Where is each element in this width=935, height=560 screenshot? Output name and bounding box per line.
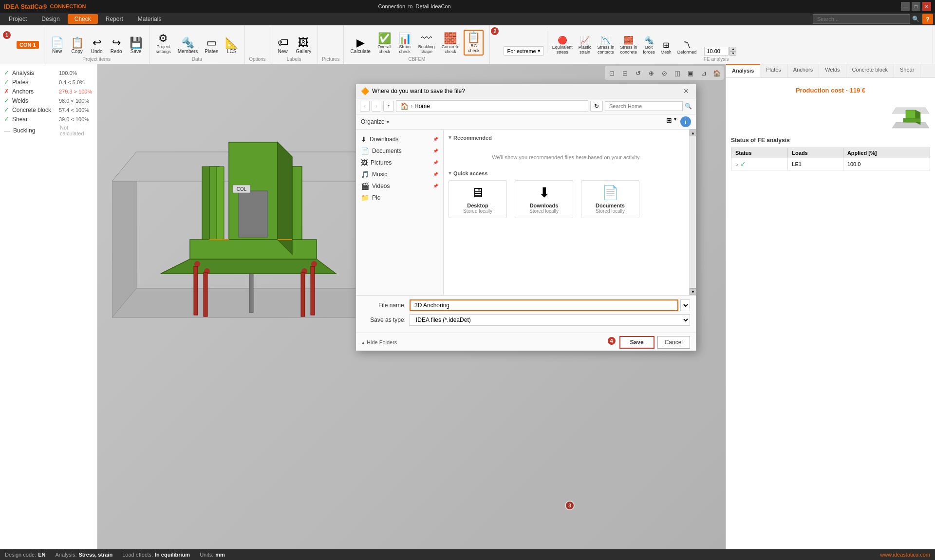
members-button[interactable]: 🔩 Members [175,36,201,56]
plates-button[interactable]: ▭ Plates [202,36,221,56]
dialog-button-group: 4 Save Cancel [607,336,690,349]
save-button[interactable]: 💾 Save [127,36,145,56]
buckling-shape-icon: 〰 [421,33,432,44]
concrete-check-button[interactable]: 🧱 Concretecheck [439,32,462,56]
concrete-check-icon: 🧱 [444,33,457,44]
maximize-button[interactable]: □ [912,2,920,11]
check-plates-value: 0.4 < 5.0% [59,79,85,85]
num-spin-up[interactable]: ▲ [729,47,736,51]
stress-contacts-label: Stress incontacts [597,45,614,55]
num-spinner[interactable]: ▲ ▼ [729,47,736,56]
dialog-save-button[interactable]: Save [619,336,654,349]
sidebar-item-music[interactable]: 🎵 Music 📌 [356,168,443,180]
scroll-thumb[interactable] [691,137,695,287]
stress-concrete-button[interactable]: 🧱 Stress inconcrete [618,35,639,56]
overall-check-button[interactable]: ✅ Overallcheck [375,32,394,56]
row-expand-arrow[interactable]: > [735,162,738,168]
scroll-up-button[interactable]: ▲ [690,130,696,136]
sidebar-item-pictures[interactable]: 🖼 Pictures 📌 [356,157,443,168]
dialog-close-button[interactable]: ✕ [681,87,691,95]
sidebar-item-pic[interactable]: 📁 Pic [356,192,443,204]
ribbon-group-labels: 🏷 New 🖼 Gallery Labels [270,25,318,64]
tab-shear[interactable]: Shear [894,64,920,77]
ribbon-group-label-fe: FE analysis [504,56,929,62]
breadcrumb-bar[interactable]: 🏠 › Home [396,100,588,112]
new-button[interactable]: 📄 New [48,36,66,56]
sidebar-item-documents[interactable]: 📄 Documents 📌 [356,145,443,157]
forward-button[interactable]: › [372,101,381,112]
project-settings-button[interactable]: ⚙ Projectsettings [153,32,173,56]
refresh-button[interactable]: ↻ [590,101,603,112]
3d-view[interactable]: ⊡ ⊞ ↺ ⊕ ⊘ ◫ ▣ ⊿ 🏠 [97,64,726,549]
back-button[interactable]: ‹ [360,101,370,112]
qa-downloads[interactable]: ⬇ Downloads Stored locally [515,180,573,218]
check-analysis-icon: ✓ [4,69,9,76]
sidebar-item-pic-label: Pic [372,194,380,201]
minimize-button[interactable]: — [901,2,910,11]
model-preview-area [731,98,930,137]
equivalent-stress-button[interactable]: 🔴 Equivalentstress [550,35,575,56]
buckling-shape-button[interactable]: 〰 Bucklingshape [416,32,437,56]
menu-tab-materials[interactable]: Materials [131,14,168,24]
lcs-button[interactable]: 📐 LCS [223,36,241,56]
file-name-input[interactable] [410,299,678,311]
sidebar-item-videos[interactable]: 🎬 Videos 📌 [356,180,443,192]
gallery-button[interactable]: 🖼 Gallery [294,36,314,56]
scroll-down-button[interactable]: ▼ [690,288,696,295]
num-value-input[interactable] [704,47,729,56]
menu-tab-design[interactable]: Design [35,14,66,24]
dialog-scrollbar[interactable]: ▲ ▼ [689,130,696,295]
save-as-select[interactable]: IDEA files (*.ideaDet) [410,314,690,326]
sidebar-item-downloads[interactable]: ⬇ Downloads 📌 [356,133,443,145]
rc-check-button[interactable]: 📋 RCcheck [464,30,484,56]
status-load-effects: Load effects: In equilibrium [122,552,190,558]
window-controls[interactable]: — □ ✕ [901,2,931,11]
search-input[interactable] [813,14,910,24]
undo-button[interactable]: ↩ Undo [88,36,106,56]
documents-icon: 📄 [361,147,369,155]
qa-documents[interactable]: 📄 Documents Stored locally [581,180,639,218]
help-icon[interactable]: ? [922,14,933,24]
check-concrete-block: ✓ Concrete block 57.4 < 100% [4,105,93,114]
up-button[interactable]: ↑ [383,101,394,112]
plastic-strain-button[interactable]: 📈 Plasticstrain [577,35,594,56]
tab-concrete-block[interactable]: Concrete block [846,64,894,77]
num-spin-down[interactable]: ▼ [729,51,736,56]
menu-tab-report[interactable]: Report [99,14,130,24]
qa-desktop[interactable]: 🖥 Desktop Stored locally [449,180,507,218]
view-layout-arrow[interactable]: ▾ [674,116,676,127]
tab-welds[interactable]: Welds [819,64,846,77]
stress-contacts-button[interactable]: 📉 Stress incontacts [595,35,616,56]
ribbon-group-label-cbfem: CBFEM [348,56,486,62]
dialog-search-icon: 🔍 [685,103,692,110]
menu-tab-project[interactable]: Project [2,14,34,24]
dialog-titlebar: 🔶 Where do you want to save the file? ✕ [356,84,696,98]
status-analysis: Analysis: Stress, strain [56,552,113,558]
tab-plates[interactable]: Plates [760,64,787,77]
breadcrumb-sep: › [411,103,412,110]
tab-analysis[interactable]: Analysis [726,64,760,77]
mesh-button[interactable]: ⊞ Mesh [659,39,673,56]
hide-folders-button[interactable]: ▴ Hide Folders [362,339,397,346]
hide-folders-label: Hide Folders [367,339,397,345]
dialog-toolbar: ‹ › ↑ 🏠 › Home ↻ 🔍 [356,98,696,114]
for-extreme-dropdown[interactable]: For extreme ▾ [504,46,543,56]
strain-check-button[interactable]: 📊 Straincheck [396,32,414,56]
view-layout-icon[interactable]: ⊞ [666,116,672,127]
dialog-search-input[interactable] [605,101,683,111]
labels-new-button[interactable]: 🏷 New [274,36,292,56]
menu-tab-check[interactable]: Check [68,14,98,24]
bolt-forces-button[interactable]: 🔩 Boltforces [641,35,657,56]
calculate-button[interactable]: ▶ Calculate [348,36,373,56]
copy-button[interactable]: 📋 Copy [68,36,86,56]
deformed-button[interactable]: 〽 Deformed [675,40,699,56]
production-cost-label: Production cost [796,87,844,94]
redo-button[interactable]: ↪ Redo [108,36,125,56]
info-button[interactable]: i [680,116,691,127]
file-name-dropdown[interactable] [680,299,690,311]
tab-anchors[interactable]: Anchors [787,64,819,77]
qa-desktop-name: Desktop [467,203,488,208]
pictures-pin-icon: 📌 [433,160,438,165]
close-button[interactable]: ✕ [922,2,931,11]
dialog-cancel-button[interactable]: Cancel [657,336,690,349]
